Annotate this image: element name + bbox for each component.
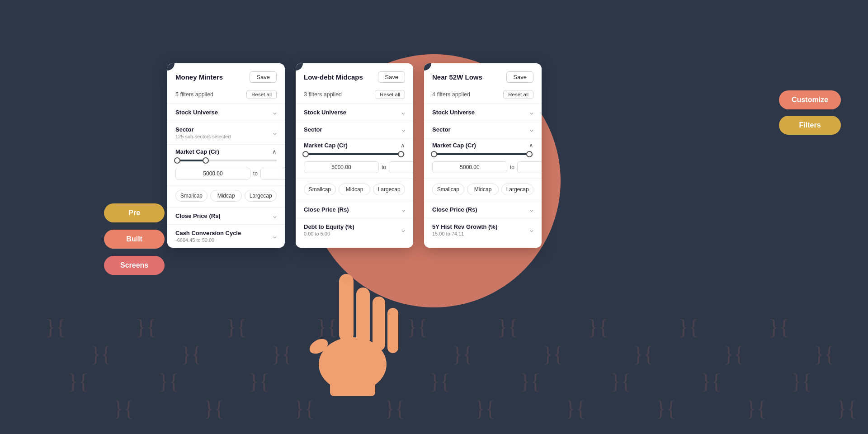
card3-midcap-button[interactable]: Midcap [467, 184, 499, 195]
card1-sector-row[interactable]: Sector 125 sub-sectors selected ⌵ [167, 121, 285, 145]
card1-stock-universe-row[interactable]: Stock Universe ⌵ [167, 104, 285, 121]
card3-5y-sublabel: 15.00 to 74.11 [432, 231, 497, 236]
card1-marketcap-header[interactable]: Market Cap (Cr) ∧ [175, 148, 277, 155]
card3-closeprice-chevron: ⌵ [530, 206, 533, 213]
card3-save-button[interactable]: Save [506, 71, 533, 83]
card1-sector-chevron: ⌵ [273, 129, 277, 136]
card2-smallcap-button[interactable]: Smallcap [304, 184, 336, 195]
card2-reset-button[interactable]: Reset all [375, 90, 405, 99]
card2-cap-buttons: Smallcap Midcap Largecap [296, 184, 413, 201]
card2-dte-row[interactable]: Debt to Equity (%) 0.00 to 5.00 ⌵ [296, 218, 413, 241]
card3-5y-row[interactable]: 5Y Hist Rev Growth (%) 15.00 to 74.11 ⌵ [424, 218, 542, 241]
card1-range-from[interactable] [175, 168, 250, 179]
card2-slider-fill [306, 153, 401, 155]
card2-range-to-label: to [382, 164, 386, 170]
card1-closeprice-label: Close Price (Rs) [175, 212, 221, 219]
svg-text:}{: }{ [68, 369, 89, 393]
card1-marketcap-chevron: ∧ [272, 148, 277, 155]
svg-text:}{: }{ [791, 369, 812, 393]
card3-5y-label: 5Y Hist Rev Growth (%) [432, 223, 497, 230]
card1-title: Money Minters [175, 73, 223, 81]
svg-text:}{: }{ [90, 342, 111, 366]
card2-closeprice-row[interactable]: Close Price (Rs) ⌵ [296, 201, 413, 218]
card1-closeprice-row[interactable]: Close Price (Rs) ⌵ [167, 208, 285, 225]
card2-filters-count: 3 filters applied [304, 91, 342, 98]
card2-dte-label: Debt to Equity (%) [304, 223, 354, 230]
card3-sector-label: Sector [432, 126, 450, 133]
card1-reset-button[interactable]: Reset all [246, 90, 277, 99]
card1-slider-track [175, 160, 277, 161]
card2-range-inputs: to [304, 161, 405, 173]
card2-slider-track [304, 153, 405, 155]
card1-sector-sublabel: 125 sub-sectors selected [175, 134, 231, 139]
card3-range-inputs: to [432, 161, 533, 173]
card3-stock-universe-chevron: ⌵ [530, 109, 533, 116]
svg-text:}{: }{ [339, 369, 360, 393]
bracket-pattern: }{ }{ }{ }{ }{ }{ }{ }{ }{ }{ }{ }{ }{ }… [0, 298, 868, 434]
svg-text:}{: }{ [836, 396, 857, 420]
svg-point-42 [342, 277, 351, 283]
svg-text:}{: }{ [769, 315, 789, 339]
card2-largecap-button[interactable]: Largecap [373, 184, 405, 195]
card2-stock-universe-chevron: ⌵ [401, 109, 405, 116]
card2-dte-sublabel: 0.00 to 5.00 [304, 231, 354, 236]
card2-range-to[interactable] [389, 161, 413, 173]
svg-point-37 [307, 336, 330, 357]
card2-midcap-button[interactable]: Midcap [339, 184, 371, 195]
svg-text:}{: }{ [678, 315, 699, 339]
card2-marketcap-header[interactable]: Market Cap (Cr) ∧ [304, 142, 405, 149]
card3-marketcap-header[interactable]: Market Cap (Cr) ∧ [432, 142, 533, 149]
card1-ccc-row[interactable]: Cash Conversion Cycle -6604.45 to 50.00 … [167, 225, 285, 248]
svg-text:}{: }{ [497, 315, 518, 339]
card3-slider-thumb-left[interactable] [431, 151, 437, 157]
card1-sector-label: Sector [175, 126, 231, 133]
svg-text:}{: }{ [181, 342, 202, 366]
card3-slider-thumb-right[interactable] [526, 151, 533, 157]
card3-sector-chevron: ⌵ [530, 126, 533, 133]
card1-slider-thumb-left[interactable] [174, 157, 180, 164]
card2-slider-thumb-left[interactable] [302, 151, 309, 157]
card1-range-to-label: to [253, 170, 258, 177]
card3-closeprice-row[interactable]: Close Price (Rs) ⌵ [424, 201, 542, 218]
card2-range-from[interactable] [304, 161, 379, 173]
card2-dte-chevron: ⌵ [401, 226, 405, 233]
card1-smallcap-button[interactable]: Smallcap [175, 190, 208, 202]
customize-button[interactable]: Customize [779, 90, 841, 109]
card3-slider-track [432, 153, 533, 155]
card1-midcap-button[interactable]: Midcap [210, 190, 242, 202]
card1-ccc-sublabel: -6604.45 to 50.00 [175, 237, 241, 243]
card2-sector-row[interactable]: Sector ⌵ [296, 121, 413, 138]
card2-slider-thumb-right[interactable] [398, 151, 404, 157]
svg-text:}{: }{ [407, 315, 428, 339]
svg-text:}{: }{ [542, 342, 563, 366]
svg-text:}{: }{ [249, 369, 269, 393]
card1-range-inputs: to [175, 168, 277, 179]
card3-marketcap-label: Market Cap (Cr) [432, 142, 476, 149]
card3-reset-button[interactable]: Reset all [503, 90, 533, 99]
hand-illustration [294, 238, 420, 398]
pre-button[interactable]: Pre [104, 203, 165, 222]
card1-range-to[interactable] [260, 168, 285, 179]
card2-closeprice-label: Close Price (Rs) [304, 206, 349, 213]
card3-closeprice-label: Close Price (Rs) [432, 206, 477, 213]
card3-stock-universe-row[interactable]: Stock Universe ⌵ [424, 104, 542, 121]
card-money-minters: ✕ Money Minters Save 5 filters applied R… [167, 63, 285, 248]
card3-sector-row[interactable]: Sector ⌵ [424, 121, 542, 138]
svg-text:}{: }{ [520, 369, 541, 393]
built-button[interactable]: Built [104, 230, 165, 249]
filters-button[interactable]: Filters [779, 116, 841, 135]
card2-stock-universe-row[interactable]: Stock Universe ⌵ [296, 104, 413, 121]
svg-rect-41 [387, 308, 398, 353]
card3-range-to[interactable] [517, 161, 542, 173]
svg-text:}{: }{ [723, 342, 744, 366]
card1-largecap-button[interactable]: Largecap [245, 190, 277, 202]
card2-save-button[interactable]: Save [378, 71, 405, 83]
card1-save-button[interactable]: Save [250, 71, 277, 83]
svg-text:}{: }{ [633, 342, 654, 366]
card1-slider-thumb-right[interactable] [203, 157, 209, 164]
card1-ccc-chevron: ⌵ [273, 233, 277, 240]
card3-range-from[interactable] [432, 161, 507, 173]
card3-largecap-button[interactable]: Largecap [501, 184, 533, 195]
card3-smallcap-button[interactable]: Smallcap [432, 184, 464, 195]
screens-button[interactable]: Screens [104, 256, 165, 275]
